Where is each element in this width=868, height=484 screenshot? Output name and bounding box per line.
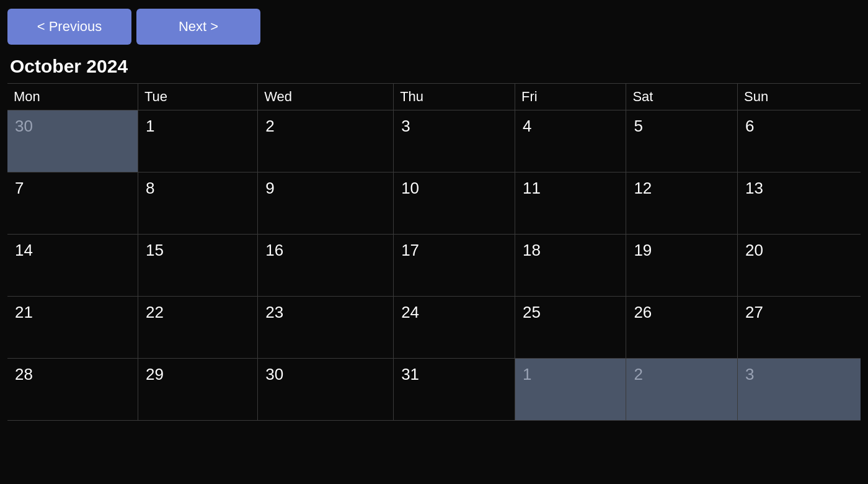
day-number: 25 [523,303,541,321]
calendar-table: MonTueWedThuFriSatSun 301234567891011121… [7,83,861,421]
calendar-day-cell[interactable]: 29 [138,359,257,421]
day-number: 2 [265,117,274,135]
calendar-day-cell[interactable]: 20 [738,235,861,297]
calendar-day-cell[interactable]: 18 [515,235,626,297]
calendar-week-row: 21222324252627 [7,297,861,359]
calendar-week-row: 30123456 [7,110,861,173]
calendar-day-cell[interactable]: 1 [138,110,257,173]
next-button[interactable]: Next > [136,9,260,45]
day-number: 1 [523,365,531,383]
day-number: 20 [745,241,763,259]
calendar-day-cell[interactable]: 2 [258,110,394,173]
day-number: 4 [523,117,531,135]
weekday-header-wed: Wed [258,84,394,110]
calendar-day-cell[interactable]: 8 [138,173,257,235]
day-number: 23 [265,303,283,321]
day-number: 8 [146,179,154,197]
calendar-day-cell[interactable]: 14 [7,235,138,297]
calendar-day-cell[interactable]: 21 [7,297,138,359]
calendar-day-cell[interactable]: 4 [515,110,626,173]
navigation-buttons: < Previous Next > [7,9,861,45]
weekday-header-sat: Sat [626,84,738,110]
calendar-day-cell[interactable]: 26 [626,297,738,359]
day-number: 2 [634,365,642,383]
day-number: 30 [265,365,283,383]
weekday-header-mon: Mon [7,84,138,110]
day-number: 24 [401,303,419,321]
day-number: 19 [634,241,652,259]
calendar-day-cell[interactable]: 12 [626,173,738,235]
day-number: 18 [523,241,541,259]
calendar-day-cell[interactable]: 11 [515,173,626,235]
calendar-day-cell[interactable]: 25 [515,297,626,359]
weekday-header-thu: Thu [394,84,515,110]
calendar-day-cell[interactable]: 10 [394,173,515,235]
day-number: 1 [146,117,154,135]
day-number: 26 [634,303,652,321]
calendar-day-cell[interactable]: 9 [258,173,394,235]
day-number: 28 [15,365,33,383]
calendar-day-cell[interactable]: 19 [626,235,738,297]
month-title: October 2024 [7,56,861,77]
calendar-day-cell[interactable]: 3 [738,359,861,421]
calendar-day-cell[interactable]: 5 [626,110,738,173]
calendar-day-cell[interactable]: 2 [626,359,738,421]
weekday-header-fri: Fri [515,84,626,110]
calendar-week-row: 78910111213 [7,173,861,235]
previous-button[interactable]: < Previous [7,9,131,45]
calendar-day-cell[interactable]: 1 [515,359,626,421]
weekday-header-tue: Tue [138,84,257,110]
calendar-day-cell[interactable]: 7 [7,173,138,235]
calendar-week-row: 14151617181920 [7,235,861,297]
calendar-day-cell[interactable]: 16 [258,235,394,297]
weekday-header-row: MonTueWedThuFriSatSun [7,84,861,110]
day-number: 7 [15,179,24,197]
day-number: 15 [146,241,164,259]
calendar-day-cell[interactable]: 24 [394,297,515,359]
day-number: 16 [265,241,283,259]
calendar-day-cell[interactable]: 23 [258,297,394,359]
day-number: 11 [523,179,541,197]
calendar-day-cell[interactable]: 22 [138,297,257,359]
calendar-day-cell[interactable]: 30 [7,110,138,173]
day-number: 3 [745,365,754,383]
calendar-day-cell[interactable]: 15 [138,235,257,297]
day-number: 9 [265,179,274,197]
weekday-header-sun: Sun [738,84,861,110]
calendar-day-cell[interactable]: 3 [394,110,515,173]
day-number: 13 [745,179,763,197]
day-number: 21 [15,303,33,321]
day-number: 5 [634,117,642,135]
day-number: 3 [401,117,410,135]
day-number: 14 [15,241,33,259]
calendar-day-cell[interactable]: 27 [738,297,861,359]
day-number: 29 [146,365,164,383]
day-number: 27 [745,303,763,321]
day-number: 10 [401,179,419,197]
calendar-day-cell[interactable]: 17 [394,235,515,297]
calendar-day-cell[interactable]: 6 [738,110,861,173]
calendar-day-cell[interactable]: 31 [394,359,515,421]
calendar-day-cell[interactable]: 13 [738,173,861,235]
day-number: 31 [401,365,419,383]
day-number: 6 [745,117,754,135]
day-number: 17 [401,241,419,259]
day-number: 22 [146,303,164,321]
calendar-week-row: 28293031123 [7,359,861,421]
calendar-day-cell[interactable]: 30 [258,359,394,421]
day-number: 12 [634,179,652,197]
calendar-day-cell[interactable]: 28 [7,359,138,421]
day-number: 30 [15,117,33,135]
